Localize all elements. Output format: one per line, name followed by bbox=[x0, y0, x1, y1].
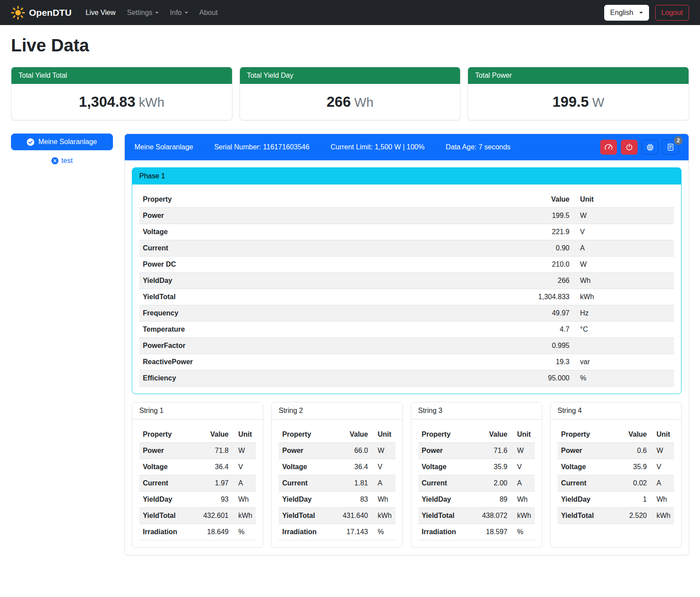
total-power-unit: W bbox=[592, 95, 604, 109]
table-row: Voltage 221.9 V bbox=[139, 224, 674, 240]
device-info-button[interactable] bbox=[642, 140, 658, 155]
card-header: Total Yield Day bbox=[240, 67, 461, 84]
phase-card: Phase 1 Property Value Unit bbox=[132, 167, 682, 394]
table-row: Voltage 36.4 V bbox=[279, 459, 395, 475]
nav-right: English Logout bbox=[604, 5, 689, 21]
table-header-row: Property Value Unit bbox=[558, 427, 674, 443]
power-button[interactable] bbox=[621, 140, 638, 155]
nav-settings[interactable]: Settings bbox=[123, 5, 163, 20]
table-row: Voltage 36.4 V bbox=[139, 459, 256, 475]
page-content: Live Data Total Yield Total 1,304.83kWh … bbox=[0, 25, 700, 568]
row-property: Power DC bbox=[139, 257, 520, 273]
row-value: 17.143 bbox=[337, 524, 372, 540]
row-property: YieldTotal bbox=[139, 289, 520, 305]
table-header-row: Property Value Unit bbox=[139, 192, 674, 208]
col-unit: Unit bbox=[573, 192, 674, 208]
table-row: Temperature 4.7 °C bbox=[139, 322, 674, 338]
event-count-badge: 2 bbox=[674, 136, 682, 145]
row-property: YieldDay bbox=[418, 492, 476, 508]
card-body: 266Wh bbox=[240, 84, 461, 120]
col-unit: Unit bbox=[232, 427, 256, 443]
string-table: Property Value Unit Power 0.6 W bbox=[558, 427, 674, 524]
nav-live-view-label: Live View bbox=[86, 9, 116, 17]
col-unit: Unit bbox=[372, 427, 395, 443]
event-log-button[interactable]: 2 bbox=[662, 140, 679, 155]
row-property: Voltage bbox=[418, 459, 476, 475]
inverter-serial: Serial Number: 116171603546 bbox=[214, 143, 309, 151]
row-unit: % bbox=[573, 370, 674, 387]
row-property: Voltage bbox=[139, 459, 197, 475]
table-row: Voltage 35.9 V bbox=[558, 459, 674, 475]
row-value: 199.5 bbox=[520, 208, 573, 224]
table-row: Current 0.90 A bbox=[139, 240, 674, 257]
row-value: 36.4 bbox=[337, 459, 372, 475]
row-value: 2.520 bbox=[615, 508, 650, 524]
col-property: Property bbox=[139, 427, 197, 443]
row-unit: A bbox=[650, 475, 674, 492]
limit-settings-button[interactable] bbox=[600, 140, 617, 155]
row-unit: kWh bbox=[372, 508, 395, 524]
total-power-value: 199.5 bbox=[552, 94, 589, 110]
row-unit bbox=[573, 338, 674, 354]
table-row: Power DC 210.0 W bbox=[139, 257, 674, 273]
brand[interactable]: OpenDTU bbox=[11, 6, 72, 20]
logout-button[interactable]: Logout bbox=[655, 5, 689, 21]
string-title: String 1 bbox=[132, 402, 263, 420]
row-value: 71.6 bbox=[476, 443, 511, 459]
row-unit: V bbox=[232, 459, 256, 475]
string-table: Property Value Unit Power 71.8 W bbox=[139, 427, 256, 540]
row-unit: A bbox=[372, 475, 395, 492]
row-value: 432.601 bbox=[197, 508, 232, 524]
card-total-power: Total Power 199.5W bbox=[468, 67, 689, 120]
x-circle-icon bbox=[51, 157, 58, 164]
nav-about-label: About bbox=[199, 9, 218, 17]
row-property: Voltage bbox=[139, 224, 520, 240]
inverter-item-test[interactable]: test bbox=[11, 157, 113, 165]
table-row: Current 0.02 A bbox=[558, 475, 674, 492]
gauge-icon bbox=[604, 143, 613, 152]
phase-body: Property Value Unit Power 199.5 W bbox=[132, 185, 681, 394]
row-unit: A bbox=[573, 240, 674, 257]
table-row: Irradiation 17.143 % bbox=[279, 524, 395, 540]
row-property: YieldDay bbox=[558, 492, 615, 508]
row-value: 0.90 bbox=[520, 240, 573, 257]
summary-cards: Total Yield Total 1,304.83kWh Total Yiel… bbox=[11, 67, 689, 120]
page-title: Live Data bbox=[11, 36, 689, 55]
nav-links: Live View Settings Info About bbox=[81, 5, 604, 20]
table-row: YieldDay 83 Wh bbox=[279, 492, 395, 508]
table-row: ReactivePower 19.3 var bbox=[139, 354, 674, 370]
row-property: YieldTotal bbox=[418, 508, 476, 524]
row-unit: % bbox=[511, 524, 535, 540]
row-value: 35.9 bbox=[476, 459, 511, 475]
inverter-actions: 2 bbox=[600, 140, 679, 155]
phase-title: Phase 1 bbox=[132, 168, 681, 185]
col-value: Value bbox=[520, 192, 573, 208]
row-value: 1 bbox=[615, 492, 650, 508]
nav-info[interactable]: Info bbox=[166, 5, 192, 20]
row-property: Current bbox=[558, 475, 615, 492]
power-icon bbox=[625, 143, 633, 151]
row-value: 18.649 bbox=[197, 524, 232, 540]
table-row: YieldTotal 2.520 kWh bbox=[558, 508, 674, 524]
nav-about[interactable]: About bbox=[195, 5, 222, 20]
total-yield-day-unit: Wh bbox=[354, 95, 374, 109]
table-row: Power 66.0 W bbox=[279, 443, 395, 459]
inverter-item-test-label: test bbox=[62, 157, 73, 165]
inverter-panel: Meine Solaranlage Serial Number: 1161716… bbox=[124, 134, 689, 555]
total-yield-total-value: 1,304.83 bbox=[79, 94, 135, 110]
language-select[interactable]: English bbox=[604, 5, 649, 21]
string-card-4: String 4 Property Value Unit bbox=[550, 402, 682, 548]
row-property: YieldTotal bbox=[279, 508, 336, 524]
row-value: 0.6 bbox=[615, 443, 650, 459]
inverter-select-button[interactable]: Meine Solaranlage bbox=[11, 134, 113, 150]
total-yield-day-value: 266 bbox=[326, 94, 351, 110]
row-property: YieldTotal bbox=[139, 508, 197, 524]
row-unit: W bbox=[573, 257, 674, 273]
inverter-data-age: Data Age: 7 seconds bbox=[446, 143, 511, 151]
card-header: Total Yield Total bbox=[11, 67, 232, 84]
col-property: Property bbox=[418, 427, 476, 443]
row-unit: % bbox=[232, 524, 256, 540]
string-card-1: String 1 Property Value Unit bbox=[132, 402, 263, 548]
row-unit: var bbox=[573, 354, 674, 370]
nav-live-view[interactable]: Live View bbox=[81, 5, 120, 20]
